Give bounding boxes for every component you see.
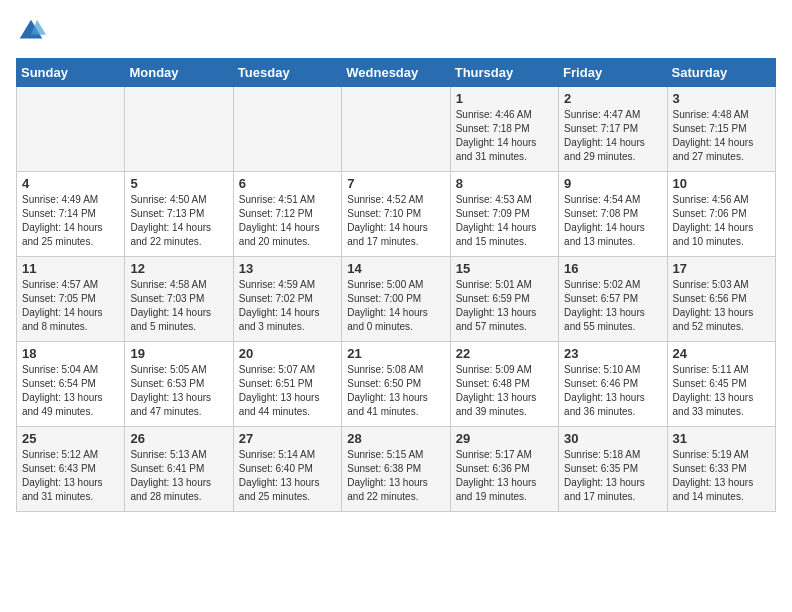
day-info: Sunrise: 5:02 AM Sunset: 6:57 PM Dayligh… [564,278,661,334]
day-number: 8 [456,176,553,191]
calendar-cell: 6Sunrise: 4:51 AM Sunset: 7:12 PM Daylig… [233,172,341,257]
calendar-week-1: 1Sunrise: 4:46 AM Sunset: 7:18 PM Daylig… [17,87,776,172]
calendar-cell: 21Sunrise: 5:08 AM Sunset: 6:50 PM Dayli… [342,342,450,427]
day-info: Sunrise: 5:09 AM Sunset: 6:48 PM Dayligh… [456,363,553,419]
calendar-cell: 26Sunrise: 5:13 AM Sunset: 6:41 PM Dayli… [125,427,233,512]
day-number: 4 [22,176,119,191]
calendar-cell: 23Sunrise: 5:10 AM Sunset: 6:46 PM Dayli… [559,342,667,427]
calendar-cell: 17Sunrise: 5:03 AM Sunset: 6:56 PM Dayli… [667,257,775,342]
calendar-cell: 22Sunrise: 5:09 AM Sunset: 6:48 PM Dayli… [450,342,558,427]
calendar-cell: 29Sunrise: 5:17 AM Sunset: 6:36 PM Dayli… [450,427,558,512]
day-info: Sunrise: 5:03 AM Sunset: 6:56 PM Dayligh… [673,278,770,334]
calendar-cell [342,87,450,172]
logo [16,16,50,46]
day-number: 3 [673,91,770,106]
calendar-cell [233,87,341,172]
day-info: Sunrise: 5:13 AM Sunset: 6:41 PM Dayligh… [130,448,227,504]
calendar-body: 1Sunrise: 4:46 AM Sunset: 7:18 PM Daylig… [17,87,776,512]
day-number: 14 [347,261,444,276]
calendar-cell: 8Sunrise: 4:53 AM Sunset: 7:09 PM Daylig… [450,172,558,257]
calendar-cell: 28Sunrise: 5:15 AM Sunset: 6:38 PM Dayli… [342,427,450,512]
day-number: 9 [564,176,661,191]
day-info: Sunrise: 5:19 AM Sunset: 6:33 PM Dayligh… [673,448,770,504]
header-cell-sunday: Sunday [17,59,125,87]
calendar-cell [125,87,233,172]
header-cell-saturday: Saturday [667,59,775,87]
header-cell-thursday: Thursday [450,59,558,87]
day-info: Sunrise: 5:17 AM Sunset: 6:36 PM Dayligh… [456,448,553,504]
calendar-cell: 30Sunrise: 5:18 AM Sunset: 6:35 PM Dayli… [559,427,667,512]
calendar-cell: 19Sunrise: 5:05 AM Sunset: 6:53 PM Dayli… [125,342,233,427]
day-info: Sunrise: 4:46 AM Sunset: 7:18 PM Dayligh… [456,108,553,164]
day-number: 7 [347,176,444,191]
day-info: Sunrise: 5:14 AM Sunset: 6:40 PM Dayligh… [239,448,336,504]
day-number: 29 [456,431,553,446]
calendar-week-3: 11Sunrise: 4:57 AM Sunset: 7:05 PM Dayli… [17,257,776,342]
logo-icon [16,16,46,46]
day-number: 6 [239,176,336,191]
header-row: SundayMondayTuesdayWednesdayThursdayFrid… [17,59,776,87]
calendar-cell: 4Sunrise: 4:49 AM Sunset: 7:14 PM Daylig… [17,172,125,257]
calendar-cell: 15Sunrise: 5:01 AM Sunset: 6:59 PM Dayli… [450,257,558,342]
header-cell-wednesday: Wednesday [342,59,450,87]
header-cell-friday: Friday [559,59,667,87]
calendar-week-4: 18Sunrise: 5:04 AM Sunset: 6:54 PM Dayli… [17,342,776,427]
day-info: Sunrise: 4:49 AM Sunset: 7:14 PM Dayligh… [22,193,119,249]
calendar-week-5: 25Sunrise: 5:12 AM Sunset: 6:43 PM Dayli… [17,427,776,512]
day-number: 24 [673,346,770,361]
day-info: Sunrise: 4:56 AM Sunset: 7:06 PM Dayligh… [673,193,770,249]
day-info: Sunrise: 5:07 AM Sunset: 6:51 PM Dayligh… [239,363,336,419]
day-number: 31 [673,431,770,446]
day-number: 1 [456,91,553,106]
day-info: Sunrise: 5:15 AM Sunset: 6:38 PM Dayligh… [347,448,444,504]
calendar-cell: 9Sunrise: 4:54 AM Sunset: 7:08 PM Daylig… [559,172,667,257]
calendar-week-2: 4Sunrise: 4:49 AM Sunset: 7:14 PM Daylig… [17,172,776,257]
calendar-cell: 5Sunrise: 4:50 AM Sunset: 7:13 PM Daylig… [125,172,233,257]
header-cell-tuesday: Tuesday [233,59,341,87]
day-info: Sunrise: 5:18 AM Sunset: 6:35 PM Dayligh… [564,448,661,504]
calendar-cell: 18Sunrise: 5:04 AM Sunset: 6:54 PM Dayli… [17,342,125,427]
header-cell-monday: Monday [125,59,233,87]
day-number: 22 [456,346,553,361]
calendar-cell: 14Sunrise: 5:00 AM Sunset: 7:00 PM Dayli… [342,257,450,342]
day-number: 11 [22,261,119,276]
day-info: Sunrise: 4:54 AM Sunset: 7:08 PM Dayligh… [564,193,661,249]
day-number: 15 [456,261,553,276]
day-info: Sunrise: 4:47 AM Sunset: 7:17 PM Dayligh… [564,108,661,164]
day-info: Sunrise: 5:04 AM Sunset: 6:54 PM Dayligh… [22,363,119,419]
calendar-table: SundayMondayTuesdayWednesdayThursdayFrid… [16,58,776,512]
calendar-cell: 12Sunrise: 4:58 AM Sunset: 7:03 PM Dayli… [125,257,233,342]
calendar-cell: 27Sunrise: 5:14 AM Sunset: 6:40 PM Dayli… [233,427,341,512]
day-number: 13 [239,261,336,276]
day-info: Sunrise: 5:05 AM Sunset: 6:53 PM Dayligh… [130,363,227,419]
calendar-cell: 2Sunrise: 4:47 AM Sunset: 7:17 PM Daylig… [559,87,667,172]
calendar-cell: 7Sunrise: 4:52 AM Sunset: 7:10 PM Daylig… [342,172,450,257]
day-info: Sunrise: 4:57 AM Sunset: 7:05 PM Dayligh… [22,278,119,334]
day-info: Sunrise: 5:08 AM Sunset: 6:50 PM Dayligh… [347,363,444,419]
day-number: 10 [673,176,770,191]
day-number: 5 [130,176,227,191]
calendar-cell [17,87,125,172]
day-number: 19 [130,346,227,361]
calendar-cell: 25Sunrise: 5:12 AM Sunset: 6:43 PM Dayli… [17,427,125,512]
day-info: Sunrise: 5:12 AM Sunset: 6:43 PM Dayligh… [22,448,119,504]
day-number: 21 [347,346,444,361]
day-info: Sunrise: 5:10 AM Sunset: 6:46 PM Dayligh… [564,363,661,419]
page-header [16,16,776,46]
day-number: 30 [564,431,661,446]
day-info: Sunrise: 5:11 AM Sunset: 6:45 PM Dayligh… [673,363,770,419]
day-info: Sunrise: 4:52 AM Sunset: 7:10 PM Dayligh… [347,193,444,249]
day-info: Sunrise: 4:59 AM Sunset: 7:02 PM Dayligh… [239,278,336,334]
day-number: 25 [22,431,119,446]
day-info: Sunrise: 4:53 AM Sunset: 7:09 PM Dayligh… [456,193,553,249]
day-number: 12 [130,261,227,276]
calendar-cell: 10Sunrise: 4:56 AM Sunset: 7:06 PM Dayli… [667,172,775,257]
calendar-header: SundayMondayTuesdayWednesdayThursdayFrid… [17,59,776,87]
day-info: Sunrise: 4:51 AM Sunset: 7:12 PM Dayligh… [239,193,336,249]
calendar-cell: 24Sunrise: 5:11 AM Sunset: 6:45 PM Dayli… [667,342,775,427]
day-number: 23 [564,346,661,361]
calendar-cell: 1Sunrise: 4:46 AM Sunset: 7:18 PM Daylig… [450,87,558,172]
calendar-cell: 16Sunrise: 5:02 AM Sunset: 6:57 PM Dayli… [559,257,667,342]
day-number: 2 [564,91,661,106]
day-number: 27 [239,431,336,446]
